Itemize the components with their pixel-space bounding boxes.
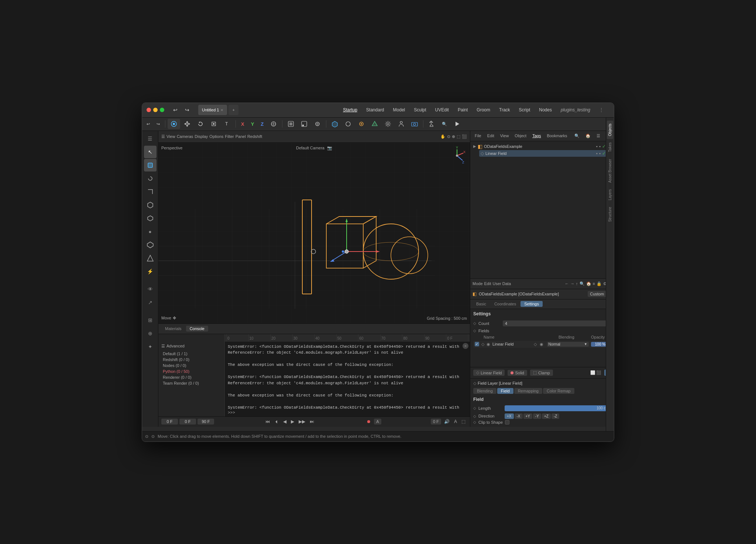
redo-btn2[interactable]: ↪ [154,119,163,129]
menu-plugins[interactable]: plugins_testing [559,107,592,113]
render-settings-btn[interactable] [311,119,324,129]
auto-key-btn[interactable]: A [374,419,381,425]
objects-file-menu[interactable]: File [472,133,484,139]
attr-forward-btn[interactable]: → [570,281,574,286]
attr-search-icon[interactable]: 🔍 [580,281,585,286]
object-mode-btn[interactable] [285,119,297,129]
rs-tab-objects[interactable]: Objects [607,121,613,139]
viewport-menu-filter[interactable]: Filter [225,134,234,139]
menu-startup[interactable]: Startup [341,107,359,113]
entry-nodes[interactable]: Nodes (0 / 0) [160,363,223,368]
zoom-btn[interactable]: 🔍 [439,119,450,129]
close-button[interactable] [147,108,151,112]
fl-tab-blending[interactable]: Blending [473,388,496,394]
menu-script[interactable]: Script [518,107,532,113]
sidebar-move[interactable] [144,159,157,171]
rotate-tool[interactable] [194,119,207,129]
sidebar-edge[interactable] [144,239,157,251]
go-end-btn[interactable]: ⏭ [308,418,316,425]
entry-default[interactable]: Default (1 / 1) [160,351,223,357]
transform-tool[interactable]: T [221,119,233,129]
record-btn[interactable]: ⏺ [365,418,372,425]
clip-checkbox[interactable] [505,420,509,425]
sidebar-grid[interactable]: ⊞ [144,314,157,326]
dir-neg-x[interactable]: -X [515,413,523,419]
sidebar-point[interactable]: ● [144,225,157,238]
undo-button[interactable]: ↩ [170,105,181,115]
length-bar[interactable]: 100 cm [505,405,611,411]
menu-standard[interactable]: Standard [365,107,386,113]
sidebar-eye[interactable]: 👁 [144,283,157,295]
deformer-btn[interactable] [342,119,354,129]
entry-teamrender[interactable]: Team Render (0 / 0) [160,380,223,386]
attr-up-btn[interactable]: ↑ [576,281,578,286]
pan-tool[interactable] [426,119,438,129]
rs-tab-structure[interactable]: Structure [607,204,613,225]
sidebar-cursor[interactable]: ↖ [144,146,157,158]
attr-userdata-menu[interactable]: User Data [493,281,511,286]
attr-lock-icon[interactable]: 🔒 [597,281,602,286]
z-axis-btn[interactable]: Z [258,119,267,129]
tag-linear-field[interactable]: ◇ Linear Field [473,370,505,376]
sidebar-scale[interactable] [144,186,157,198]
home-icon[interactable]: 🏠 [583,133,593,139]
tab-coordinates[interactable]: Coordinates [491,301,520,307]
viewport-layout-icon[interactable]: ⬚ [457,134,460,139]
tag-clamp[interactable]: ⬚ Clamp [530,370,553,376]
dir-pos-z[interactable]: +Z [542,413,551,419]
viewport-canvas[interactable]: Perspective Default Camera 📷 Y X [158,143,470,323]
sidebar-transform2[interactable]: ⊕ [144,327,157,340]
menu-groom[interactable]: Groom [475,107,492,113]
anim-btn[interactable]: A [453,418,458,425]
time-field-end[interactable]: 90 F [197,419,214,425]
sound-btn[interactable]: 🔊 [443,418,451,425]
menu-nodes[interactable]: Nodes [537,107,553,113]
viewport-menu-cameras[interactable]: Cameras [177,134,193,139]
entry-python[interactable]: Python (0 / 50) [160,368,223,374]
fl-tab-colorremap[interactable]: Color Remap [543,388,574,394]
viewport-menu-view[interactable]: View [166,134,175,139]
viewport-color-icon[interactable]: ⬛ [462,134,467,139]
rs-tab-takes[interactable]: Takes [607,139,613,155]
go-start-btn[interactable]: ⏮ [264,418,271,425]
attr-edit-menu[interactable]: Edit [484,281,491,286]
tag-solid[interactable]: Solid [508,370,527,376]
field-blend-dropdown[interactable]: Normal ▼ [547,342,589,347]
field-checkbox[interactable]: ✓ [475,342,479,346]
objects-object-menu[interactable]: Object [512,133,529,139]
tree-item-odatafields[interactable]: ▶ ◧ ODataFieldsExample ▪ ▪ ✓ ✓ [472,143,612,150]
point-mode-btn[interactable] [298,119,310,129]
viewport-menu-panel[interactable]: Panel [236,134,246,139]
attr-back-btn[interactable]: ← [565,281,569,286]
tab-console[interactable]: Console [186,326,208,332]
sidebar-hamburger[interactable]: ☰ [144,132,157,145]
prev-btn[interactable]: ◀ [282,418,288,425]
next-btn[interactable]: ▶▶ [297,418,307,425]
objects-tags-menu[interactable]: Tags [530,133,543,139]
undo-btn2[interactable]: ↩ [144,119,153,129]
y-axis-btn[interactable]: Y [248,119,257,129]
sidebar-hex2[interactable] [144,212,157,225]
tree-item-linearfield[interactable]: ◇ Linear Field ▪ ▪ ✓ ✓ [479,150,612,157]
time-field-start[interactable]: 0 F [179,419,196,425]
sidebar-rotate[interactable] [144,172,157,185]
dir-neg-y[interactable]: -Y [533,413,541,419]
attr-filter-icon[interactable]: ≡ [593,281,595,286]
fl-tab-field[interactable]: Field [497,388,513,394]
redo-button[interactable]: ↪ [182,105,192,115]
sidebar-snap[interactable]: ✦ [144,340,157,353]
dir-neg-z[interactable]: -Z [551,413,559,419]
select-tool[interactable] [168,119,180,129]
attr-mode-menu[interactable]: Mode [472,281,483,286]
entry-redshift[interactable]: Redshift (0 / 0) [160,357,223,363]
cube-btn[interactable] [329,119,341,129]
rs-tab-asset-browser[interactable]: Asset Browser [607,156,613,186]
menu-uvedit[interactable]: UVEdit [434,107,450,113]
settings-btn[interactable] [382,119,394,129]
viewport-zoom-full[interactable]: ⊕ [452,134,455,139]
prev-frame-btn[interactable]: ⏴ [273,418,280,425]
sidebar-knife[interactable]: ⚡ [144,265,157,278]
tab-close-icon[interactable]: ✕ [220,108,223,112]
tab-materials[interactable]: Materials [161,326,185,332]
scale-tool[interactable] [207,119,220,129]
